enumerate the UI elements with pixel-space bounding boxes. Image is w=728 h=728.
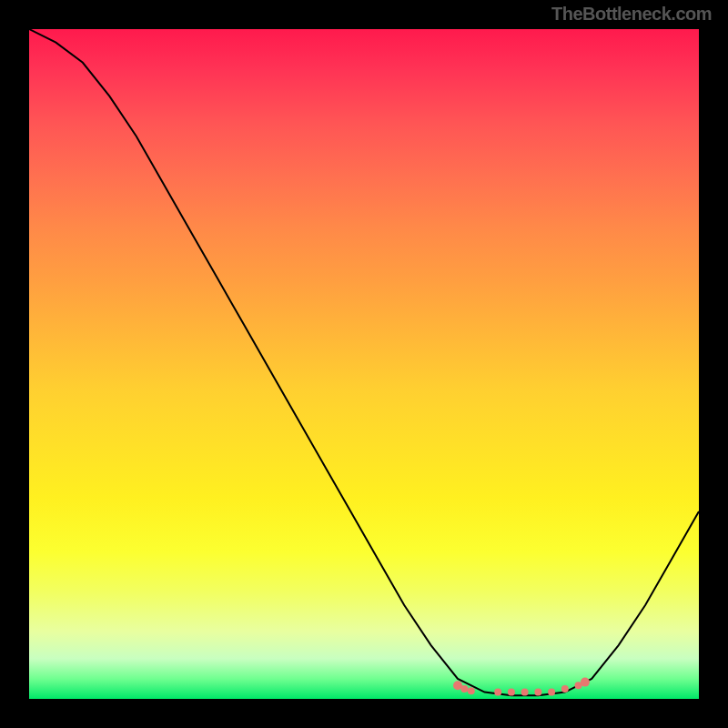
trough-dot (508, 689, 515, 696)
trough-dot (521, 689, 529, 696)
attribution-text: TheBottleneck.com (551, 4, 712, 25)
trough-dot (468, 687, 475, 694)
trough-dot (581, 678, 590, 687)
chart-gradient-background (29, 29, 699, 699)
trough-dot (548, 689, 555, 696)
chart-curve (29, 29, 699, 699)
trough-dot (534, 689, 541, 696)
bottleneck-curve-line (29, 29, 699, 695)
trough-dot (460, 685, 468, 693)
trough-dot (494, 689, 501, 696)
trough-dot (561, 685, 569, 693)
